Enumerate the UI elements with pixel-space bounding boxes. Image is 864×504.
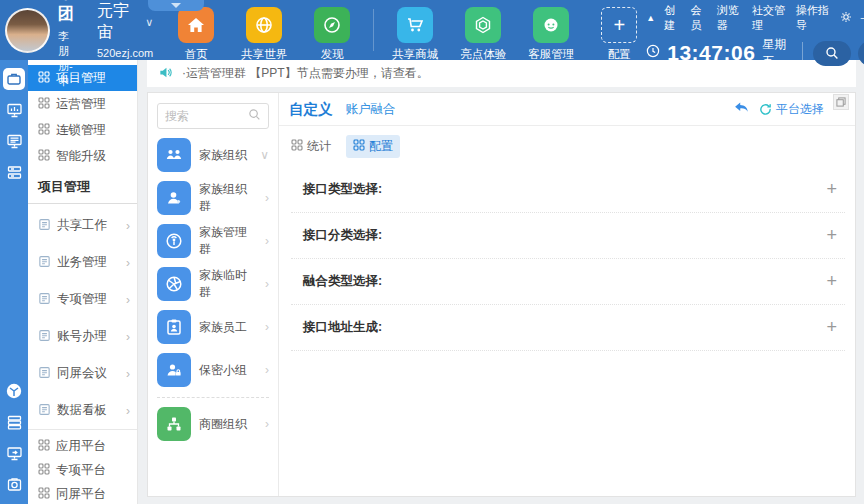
minimize-button[interactable]: ─: [861, 11, 864, 25]
search-input[interactable]: [165, 109, 248, 123]
broadcast-icon: [157, 224, 191, 258]
add-icon[interactable]: +: [826, 317, 837, 338]
link-social[interactable]: 社交管理: [752, 3, 787, 33]
subtab-stats[interactable]: 统计: [291, 138, 331, 155]
clock-weekday: 星期五: [762, 36, 792, 70]
menu-item-app-platform[interactable]: 应用平台: [28, 434, 137, 458]
search-box[interactable]: [157, 103, 269, 129]
menu-item-operations-mgmt[interactable]: 运营管理: [28, 91, 137, 117]
reply-arrow-icon[interactable]: [733, 100, 750, 119]
menu-item-label: 账号办理: [57, 328, 107, 345]
briefcase-icon[interactable]: [3, 68, 25, 90]
chevron-right-icon[interactable]: ›: [265, 234, 269, 248]
service-icon: [533, 7, 569, 43]
menu-item-account-handling[interactable]: 账号办理 ›: [28, 318, 137, 355]
add-icon[interactable]: +: [826, 271, 837, 292]
profile-block[interactable]: 中机集团 李朋朋-中传云: [0, 0, 75, 60]
camera-case-icon[interactable]: [3, 473, 25, 495]
group-item-family-manage-group[interactable]: 家族管理群 ›: [157, 224, 269, 258]
group-item-family-staff[interactable]: 家族员工 ›: [157, 310, 269, 344]
search-button[interactable]: [813, 41, 851, 66]
server-stack-icon[interactable]: [3, 161, 25, 183]
link-browser[interactable]: 浏览器: [717, 3, 743, 33]
grid-icon: [38, 463, 50, 478]
menu-item-special-platform[interactable]: 专项平台: [28, 458, 137, 482]
group-item-family-temp-group[interactable]: 家族临时群 ›: [157, 267, 269, 301]
menu-item-same-screen-platform[interactable]: 同屏平台: [28, 482, 137, 504]
group-label: 家族管理群: [199, 224, 257, 258]
field-label: 接口地址生成:: [303, 319, 382, 336]
chevron-right-icon[interactable]: ›: [265, 320, 269, 334]
field-interface-category: 接口分类选择: +: [291, 213, 845, 259]
group-item-secret-team[interactable]: 保密小组 ›: [157, 353, 269, 387]
group-item-business-org[interactable]: 商圈组织 ›: [157, 407, 269, 441]
workspace-switcher[interactable]: 元宇宙 ∨ 520ezj.com: [97, 1, 153, 59]
add-icon[interactable]: +: [826, 225, 837, 246]
menu-item-data-dashboard[interactable]: 数据看板 ›: [28, 392, 137, 429]
menu-item-special-mgmt[interactable]: 专项管理 ›: [28, 281, 137, 318]
list-stack-icon[interactable]: [3, 411, 25, 433]
cube-3d-icon[interactable]: [3, 380, 25, 402]
avatar[interactable]: [5, 8, 50, 53]
subtab-config[interactable]: 配置: [346, 135, 400, 158]
nav-label: 共享世界: [241, 47, 287, 62]
nav-item-shared-world[interactable]: 共享世界: [237, 7, 291, 62]
org-tree-icon: [157, 407, 191, 441]
add-icon[interactable]: +: [826, 179, 837, 200]
menu-item-project-mgmt[interactable]: 项目管理: [28, 65, 137, 91]
person-lock-icon: [157, 353, 191, 387]
tab-account-fusion[interactable]: 账户融合: [346, 101, 396, 118]
settings-gear-icon[interactable]: [840, 11, 852, 26]
cart-icon: [397, 7, 433, 43]
chevron-down-icon[interactable]: ∨: [260, 148, 269, 162]
list-divider: [157, 397, 269, 398]
monitor-share-icon[interactable]: [3, 442, 25, 464]
nav-item-highlights[interactable]: 亮点体验: [456, 7, 510, 62]
platform-select-button[interactable]: 平台选择: [759, 101, 824, 118]
chevron-right-icon[interactable]: ›: [265, 417, 269, 431]
group-item-family-org[interactable]: 家族组织 ∨: [157, 138, 269, 172]
chevron-right-icon[interactable]: ›: [265, 191, 269, 205]
menu-item-label: 专项平台: [56, 462, 106, 479]
nav-item-home[interactable]: 首页: [169, 7, 223, 62]
nav-item-shared-mall[interactable]: 共享商城: [388, 7, 442, 62]
company-block: 中机集团 李朋朋-中传云: [58, 0, 75, 119]
subtab-row: 统计 配置: [279, 126, 855, 163]
document-icon: [38, 403, 51, 419]
tab-custom[interactable]: 自定义: [289, 100, 333, 119]
menu-item-smart-upgrade[interactable]: 智能升级: [28, 143, 137, 169]
link-guide[interactable]: 操作指导: [796, 3, 831, 33]
clock-time: 13:47:06: [667, 41, 755, 65]
screen-lines-icon[interactable]: [3, 130, 25, 152]
sidebar-menu: 项目管理 运营管理 连锁管理 智能升级 项目管理 共享工作: [28, 60, 138, 504]
group-item-family-org-group[interactable]: 家族组织群 ›: [157, 181, 269, 215]
person-icon: [157, 181, 191, 215]
grid-icon: [38, 149, 50, 164]
collapse-tab-handle[interactable]: [148, 0, 204, 11]
menu-item-same-screen-meeting[interactable]: 同屏会议 ›: [28, 355, 137, 392]
chevron-right-icon: ›: [126, 404, 130, 418]
document-icon: [38, 366, 51, 382]
link-member[interactable]: 会员: [691, 3, 708, 33]
chevron-right-icon[interactable]: ›: [265, 363, 269, 377]
group-label: 家族临时群: [199, 267, 257, 301]
grid-icon: [38, 439, 50, 454]
link-create[interactable]: 创建: [664, 3, 681, 33]
chart-monitor-icon[interactable]: [3, 99, 25, 121]
chevron-down-icon: [171, 3, 181, 8]
menu-item-chain-mgmt[interactable]: 连锁管理: [28, 117, 137, 143]
popout-window-icon[interactable]: [833, 94, 849, 110]
more-button[interactable]: 更多: [858, 41, 864, 66]
platform-select-label: 平台选择: [776, 101, 824, 118]
chevron-right-icon[interactable]: ›: [265, 277, 269, 291]
nav-item-discover[interactable]: 发现: [305, 7, 359, 62]
chevron-down-icon[interactable]: ∨: [145, 16, 153, 29]
nav-item-config[interactable]: + 配置: [592, 7, 646, 62]
menu-item-business-mgmt[interactable]: 业务管理 ›: [28, 244, 137, 281]
upload-icon[interactable]: ▲: [646, 13, 655, 23]
clock-divider: [802, 42, 803, 64]
menu-item-shared-work[interactable]: 共享工作 ›: [28, 207, 137, 244]
nav-item-customer-service[interactable]: 客服管理: [524, 7, 578, 62]
menu-item-label: 应用平台: [56, 438, 106, 455]
detail-panel: 自定义 账户融合 平台选择: [279, 93, 855, 496]
